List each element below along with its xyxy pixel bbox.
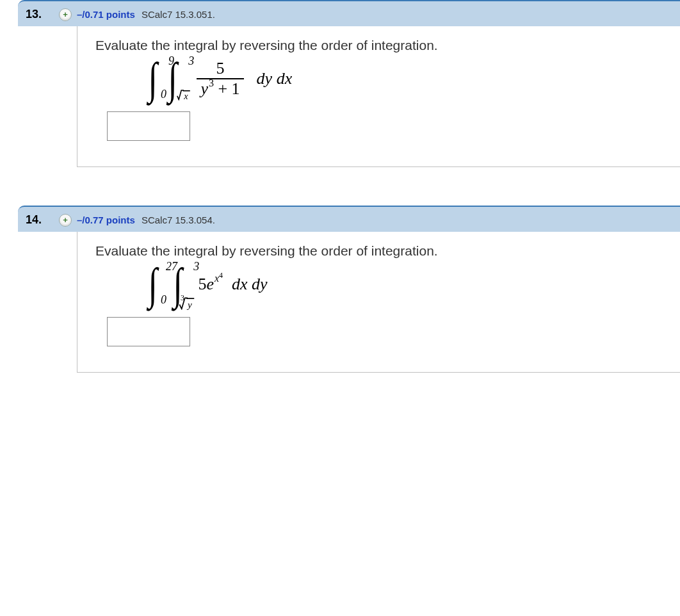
question-body: Evaluate the integral by reversing the o… (77, 232, 680, 373)
inner-lower-limit: x (177, 86, 193, 104)
inner-upper-limit: 3 (188, 54, 194, 68)
answer-input[interactable] (107, 111, 190, 141)
question-14: 14. + –/0.77 points SCalc7 15.3.054. Eva… (18, 206, 680, 373)
inner-integral: ∫ 3 3 y (172, 264, 184, 304)
points-label[interactable]: –/0.71 points (77, 9, 135, 20)
expand-icon[interactable]: + (59, 214, 72, 227)
inner-upper-limit: 3 (193, 260, 199, 273)
question-prompt: Evaluate the integral by reversing the o… (95, 243, 680, 259)
points-label[interactable]: –/0.77 points (77, 215, 135, 225)
question-header: 13. + –/0.71 points SCalc7 15.3.051. (18, 0, 680, 26)
inner-lower-limit: 3 y (181, 295, 197, 311)
outer-integral: ∫ 27 0 (147, 264, 159, 304)
outer-integral: ∫ 9 0 (147, 58, 159, 99)
source-label: SCalc7 15.3.051. (142, 9, 215, 20)
question-number: 13. (26, 8, 47, 21)
source-label: SCalc7 15.3.054. (142, 215, 215, 225)
differentials: dx dy (232, 275, 268, 294)
integral-formula: ∫ 9 0 ∫ 3 x (95, 58, 680, 99)
question-body: Evaluate the integral by reversing the o… (77, 26, 680, 167)
question-prompt: Evaluate the integral by reversing the o… (95, 38, 680, 53)
question-13: 13. + –/0.71 points SCalc7 15.3.051. Eva… (18, 0, 680, 167)
question-number: 14. (26, 213, 47, 227)
question-header: 14. + –/0.77 points SCalc7 15.3.054. (18, 206, 680, 232)
integrand-fraction: 5 y3 + 1 (197, 59, 243, 99)
outer-lower-limit: 0 (161, 88, 166, 101)
expand-icon[interactable]: + (59, 8, 72, 21)
inner-integral: ∫ 3 x (166, 58, 179, 99)
integral-formula: ∫ 27 0 ∫ 3 3 y (95, 264, 680, 304)
integrand: 5ex4 (198, 275, 223, 294)
outer-lower-limit: 0 (161, 293, 166, 307)
differentials: dy dx (257, 69, 293, 88)
answer-input[interactable] (107, 317, 190, 346)
